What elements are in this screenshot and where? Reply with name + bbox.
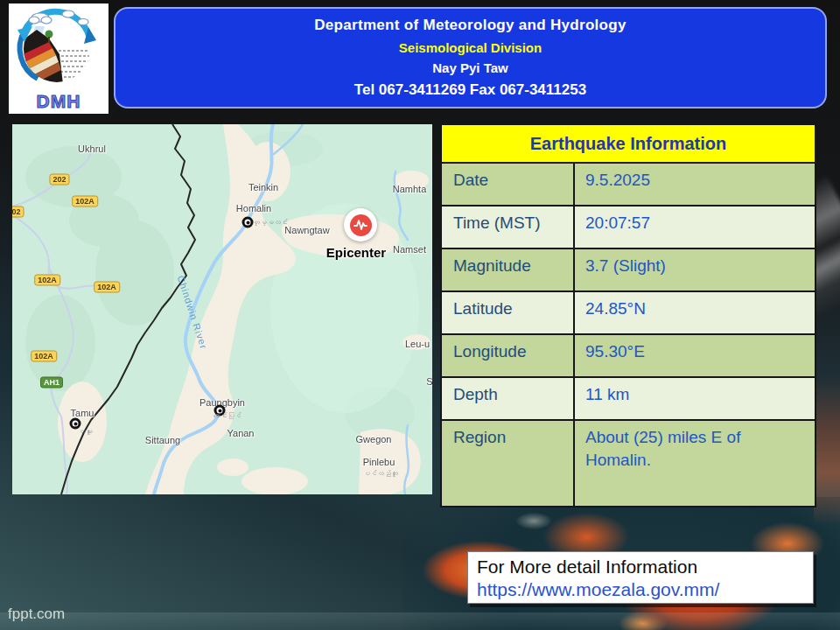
map-label-layer: Chindwin River Epicenter Ukhrul202202102… xyxy=(12,124,432,494)
earthquake-table: Earthquake Information Date9.5.2025Time … xyxy=(440,123,816,508)
dmh-logo-text: DMH xyxy=(37,91,81,111)
table-row-date: Date9.5.2025 xyxy=(442,164,815,206)
map-label: ဟုမ္မလင်း xyxy=(253,219,288,227)
table-row-longitude: Longitude95.30°E xyxy=(442,335,815,378)
header-line2: Seismological Division xyxy=(399,40,542,55)
map-label: Leu-u xyxy=(405,339,430,349)
background-earth-right xyxy=(814,376,840,525)
dmh-logo: DMH xyxy=(9,4,108,114)
map-label: Pinlebu xyxy=(363,457,396,467)
table-title: Earthquake Information xyxy=(442,125,815,164)
row-label: Depth xyxy=(442,378,573,419)
header-banner: Department of Meteorology and Hydrology … xyxy=(114,7,827,108)
header-line3: Nay Pyi Taw xyxy=(432,60,508,75)
row-value: About (25) miles E of Homalin. xyxy=(573,421,815,506)
row-value: 3.7 (Slight) xyxy=(573,249,815,290)
map-label: Teinkin xyxy=(248,182,278,192)
road-badge: AH1 xyxy=(40,377,63,388)
map-label: Ukhrul xyxy=(78,144,106,154)
map-label: Nawngtaw xyxy=(284,225,329,235)
row-value: 11 km xyxy=(573,378,815,419)
epicenter-map: Chindwin River Epicenter Ukhrul202202102… xyxy=(12,124,432,494)
moezala-link[interactable]: https://www.moezala.gov.mm/ xyxy=(477,578,813,601)
row-label: Time (MST) xyxy=(442,206,573,248)
more-info-box: For More detail Information https://www.… xyxy=(467,551,814,604)
map-label: Gwegon xyxy=(356,434,392,444)
row-value: 95.30°E xyxy=(573,335,815,376)
map-label: Homalin xyxy=(236,203,271,214)
row-value: 24.85°N xyxy=(573,292,815,333)
row-value: 20:07:57 xyxy=(573,206,815,248)
table-row-depth: Depth11 km xyxy=(442,378,815,421)
road-badge: 102A xyxy=(94,282,120,293)
header-line4: Tel 067-3411269 Fax 067-3411253 xyxy=(354,81,586,99)
dmh-logo-icon: DMH xyxy=(9,4,108,114)
map-label: Namset xyxy=(393,244,426,255)
road-badge: 102A xyxy=(31,351,57,362)
row-label: Date xyxy=(442,164,573,205)
row-label: Region xyxy=(442,421,573,506)
town-marker xyxy=(242,217,254,228)
map-label: S xyxy=(426,376,432,387)
road-badge: 202 xyxy=(49,174,69,186)
map-label: Sittaung xyxy=(145,435,180,445)
map-label: ပင်လည်ဘူး xyxy=(363,470,398,478)
river-label: Chindwin River xyxy=(176,274,210,350)
map-label: တမူး xyxy=(79,428,93,436)
table-row-magnitude: Magnitude3.7 (Slight) xyxy=(442,249,815,292)
map-label: Tamu xyxy=(71,408,94,418)
earthquake-table-body: Date9.5.2025Time (MST)20:07:57Magnitude3… xyxy=(442,164,815,506)
table-row-time-mst-: Time (MST)20:07:57 xyxy=(442,206,815,249)
more-info-text: For More detail Information xyxy=(477,556,813,578)
table-row-region: RegionAbout (25) miles E of Homalin. xyxy=(442,421,815,506)
road-badge: 202 xyxy=(12,206,24,218)
row-label: Latitude xyxy=(442,292,573,333)
seismogram-icon xyxy=(353,217,368,233)
row-value: 9.5.2025 xyxy=(573,164,815,205)
epicenter-icon xyxy=(350,214,372,236)
map-label: ဖောင်းပြင် xyxy=(214,412,242,420)
map-label: Yanan xyxy=(228,428,255,438)
fppt-watermark: fppt.com xyxy=(8,606,65,623)
epicenter-marker xyxy=(344,208,377,242)
row-label: Magnitude xyxy=(442,249,573,290)
table-row-latitude: Latitude24.85°N xyxy=(442,292,815,335)
map-label: Namhta xyxy=(393,184,427,194)
row-label: Longitude xyxy=(442,335,573,376)
road-badge: 102A xyxy=(34,275,60,286)
epicenter-label: Epicenter xyxy=(326,245,386,260)
slide: DMH Department of Meteorology and Hydrol… xyxy=(0,0,840,630)
header-line1: Department of Meteorology and Hydrology xyxy=(314,17,626,34)
background-floor-band xyxy=(0,612,840,630)
road-badge: 102A xyxy=(72,196,98,207)
